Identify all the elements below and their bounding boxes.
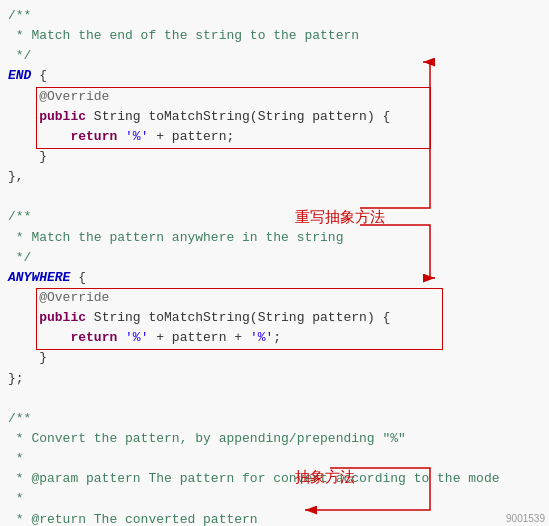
code-line-26: * @return The converted pattern	[8, 510, 541, 526]
code-line-16: public String toMatchString(String patte…	[8, 308, 541, 328]
code-line-2: * Match the end of the string to the pat…	[8, 26, 541, 46]
code-line-4: END {	[8, 66, 541, 86]
watermark: 9001539	[506, 513, 545, 524]
code-line-11: /**	[8, 207, 541, 227]
code-line-20	[8, 389, 541, 409]
code-line-6: public String toMatchString(String patte…	[8, 107, 541, 127]
override-label: 重写抽象方法	[295, 208, 385, 227]
code-line-17: return '%' + pattern + '%';	[8, 328, 541, 348]
code-line-8: }	[8, 147, 541, 167]
abstract-label: 抽象方法	[295, 468, 355, 487]
code-line-10	[8, 187, 541, 207]
code-line-21: /**	[8, 409, 541, 429]
code-line-12: * Match the pattern anywhere in the stri…	[8, 228, 541, 248]
code-area: /** * Match the end of the string to the…	[0, 0, 549, 526]
code-line-9: },	[8, 167, 541, 187]
code-line-3: */	[8, 46, 541, 66]
code-line-13: */	[8, 248, 541, 268]
code-line-24: * @param pattern The pattern for convert…	[8, 469, 541, 489]
code-line-19: };	[8, 369, 541, 389]
code-line-25: *	[8, 489, 541, 509]
code-line-22: * Convert the pattern, by appending/prep…	[8, 429, 541, 449]
code-line-15: @Override	[8, 288, 541, 308]
code-line-1: /**	[8, 6, 541, 26]
code-line-5: @Override	[8, 87, 541, 107]
code-line-18: }	[8, 348, 541, 368]
code-line-14: ANYWHERE {	[8, 268, 541, 288]
code-line-23: *	[8, 449, 541, 469]
code-line-7: return '%' + pattern;	[8, 127, 541, 147]
